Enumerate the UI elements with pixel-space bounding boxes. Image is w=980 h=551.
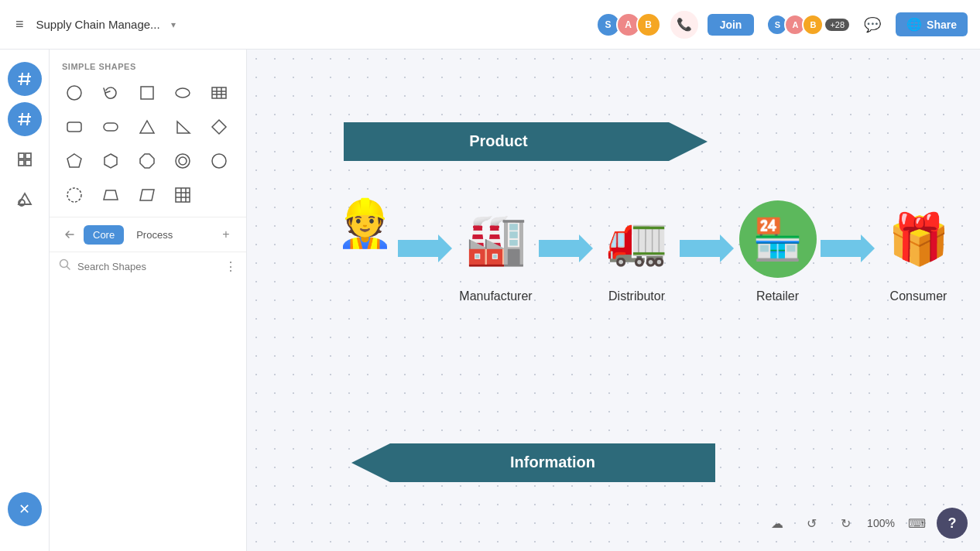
shapes-back-button[interactable] xyxy=(59,224,81,245)
product-arrow: Product xyxy=(344,119,715,164)
hashtag1-icon xyxy=(16,70,33,87)
connector-arrow-1 xyxy=(398,231,454,269)
title-dropdown-button[interactable]: ▾ xyxy=(171,19,176,30)
svg-marker-45 xyxy=(398,234,452,262)
shape-octagon[interactable] xyxy=(132,145,163,176)
shape-table[interactable] xyxy=(204,77,235,108)
svg-marker-35 xyxy=(140,190,154,200)
svg-marker-34 xyxy=(104,190,118,200)
svg-marker-28 xyxy=(105,154,117,168)
bottom-toolbar: ☁ ↺ ↻ 100% ⌨ ? xyxy=(763,508,968,539)
cloud-button[interactable]: ☁ xyxy=(763,509,791,537)
shapes-tabs: Core Process + xyxy=(50,217,246,252)
chat-button[interactable]: 💬 xyxy=(858,11,886,39)
svg-rect-11 xyxy=(26,160,31,166)
redo-icon: ↻ xyxy=(841,516,851,531)
svg-marker-27 xyxy=(67,154,81,167)
shape-rounded-rect2[interactable] xyxy=(95,111,126,142)
node-consumer: 🎁 Consumer xyxy=(876,197,961,303)
undo-button[interactable]: ↺ xyxy=(797,509,825,537)
close-icon: ✕ xyxy=(19,501,30,518)
svg-marker-47 xyxy=(680,234,734,262)
svg-line-5 xyxy=(27,113,29,125)
connector-arrow-4 xyxy=(821,231,876,269)
svg-point-16 xyxy=(176,88,190,98)
svg-marker-48 xyxy=(821,234,875,262)
help-button[interactable]: ? xyxy=(937,508,968,539)
shape-square[interactable] xyxy=(132,77,163,108)
canvas: Product 👷 🏭 Manufacturer 🚛 Distributor xyxy=(247,50,980,551)
avatar-group2: S A B +28 xyxy=(766,14,849,36)
svg-text:Product: Product xyxy=(469,132,528,149)
svg-rect-9 xyxy=(26,153,31,159)
shape-circle2[interactable] xyxy=(167,145,198,176)
add-tab-button[interactable]: + xyxy=(215,224,237,245)
shapes-icon xyxy=(16,191,33,208)
document-title: Supply Chain Manage... xyxy=(36,18,160,31)
shapes-search-bar: ⋮ xyxy=(50,252,246,280)
shape-pentagon[interactable] xyxy=(59,145,90,176)
svg-rect-10 xyxy=(19,160,24,166)
avatar-u3: B xyxy=(802,14,824,36)
shape-circle3[interactable] xyxy=(204,145,235,176)
join-button[interactable]: Join xyxy=(708,14,755,36)
distributor-icon: 🚛 xyxy=(595,197,680,282)
svg-line-0 xyxy=(21,73,22,85)
shape-refresh[interactable] xyxy=(95,77,126,108)
tab-core[interactable]: Core xyxy=(84,225,124,245)
tab-process[interactable]: Process xyxy=(127,225,182,245)
keyboard-button[interactable]: ⌨ xyxy=(903,509,930,537)
phone-button[interactable]: 📞 xyxy=(670,11,698,39)
shape-circle[interactable] xyxy=(59,77,90,108)
svg-rect-8 xyxy=(19,153,24,159)
svg-point-33 xyxy=(67,188,81,202)
retailer-icon: 🏪 xyxy=(735,197,821,282)
share-button[interactable]: 🌐 Share xyxy=(896,12,968,36)
product-arrow-svg: Product xyxy=(344,119,715,164)
shape-trapezoid[interactable] xyxy=(95,180,126,210)
search-shapes-input[interactable] xyxy=(77,261,218,272)
header: ≡ Supply Chain Manage... ▾ S A B 📞 Join … xyxy=(0,0,980,50)
shape-ellipse[interactable] xyxy=(167,77,198,108)
sidebar-hashtag2-button[interactable] xyxy=(8,102,42,136)
shape-triangle[interactable] xyxy=(132,111,163,142)
retailer-circle: 🏪 xyxy=(739,200,817,278)
sidebar-grid-button[interactable] xyxy=(8,142,42,176)
svg-marker-24 xyxy=(140,121,154,133)
connector-arrow-3 xyxy=(680,231,735,269)
sidebar-shapes-button[interactable] xyxy=(8,183,42,217)
shapes-section-label: Simple Shapes xyxy=(50,50,246,77)
user-count-badge: +28 xyxy=(825,19,849,31)
globe-icon: 🌐 xyxy=(906,17,922,32)
cloud-icon: ☁ xyxy=(771,516,783,531)
svg-point-14 xyxy=(67,86,81,100)
phone-icon: 📞 xyxy=(677,17,692,32)
sidebar-hashtag1-button[interactable] xyxy=(8,62,42,96)
undo-icon: ↺ xyxy=(807,516,817,531)
svg-marker-26 xyxy=(212,120,226,134)
close-sidebar-button[interactable]: ✕ xyxy=(8,492,42,526)
menu-button[interactable]: ≡ xyxy=(12,13,27,36)
shape-hexagon[interactable] xyxy=(95,145,126,176)
retailer-label: Retailer xyxy=(756,289,799,303)
information-arrow-svg: Information xyxy=(344,440,715,485)
keyboard-icon: ⌨ xyxy=(908,516,926,531)
svg-line-4 xyxy=(21,113,22,125)
help-icon: ? xyxy=(948,515,957,532)
zoom-level: 100% xyxy=(865,517,896,529)
redo-button[interactable]: ↻ xyxy=(831,509,859,537)
information-arrow: Information xyxy=(344,440,715,485)
manufacturer-icon: 🏭 xyxy=(454,197,539,282)
shape-rounded-rect[interactable] xyxy=(59,111,90,142)
svg-rect-23 xyxy=(104,123,118,131)
shape-right-triangle[interactable] xyxy=(167,111,198,142)
svg-marker-29 xyxy=(140,154,154,168)
consumer-icon: 🎁 xyxy=(876,197,961,282)
shape-diamond[interactable] xyxy=(204,111,235,142)
shape-circle4[interactable] xyxy=(59,180,90,210)
shape-grid[interactable] xyxy=(167,180,198,210)
search-more-button[interactable]: ⋮ xyxy=(224,259,237,274)
svg-marker-46 xyxy=(539,234,593,262)
hashtag2-icon xyxy=(16,111,33,128)
shape-parallelogram[interactable] xyxy=(132,180,163,210)
